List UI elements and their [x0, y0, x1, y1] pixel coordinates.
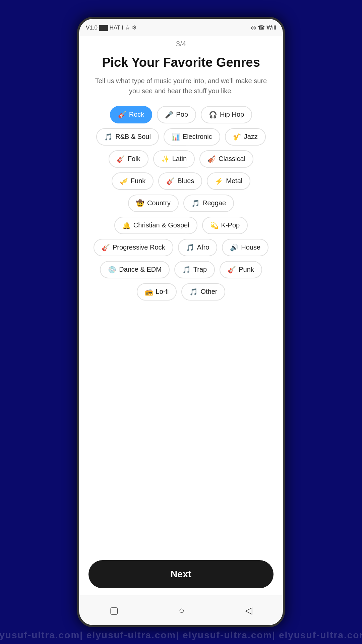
gospel-icon: 🔔 — [122, 221, 131, 229]
other-icon: 🎵 — [189, 288, 198, 296]
reggae-label: Reggae — [202, 199, 226, 207]
hiphop-icon: 🎧 — [209, 111, 217, 119]
metal-icon: ⚡ — [215, 177, 223, 185]
nav-square-icon[interactable]: ▢ — [110, 605, 118, 616]
genre-chip-pop[interactable]: 🎤Pop — [157, 106, 196, 123]
genre-chip-afro[interactable]: 🎵Afro — [178, 239, 218, 256]
gospel-label: Christian & Gospel — [133, 221, 189, 229]
page-subtitle: Tell us what type of music you're into, … — [88, 76, 274, 96]
metal-label: Metal — [226, 177, 242, 185]
genre-chip-reggae[interactable]: 🎵Reggae — [183, 195, 234, 212]
electronic-label: Electronic — [183, 133, 212, 141]
pop-label: Pop — [176, 111, 188, 118]
kpop-label: K-Pop — [221, 221, 240, 229]
genre-chip-trap[interactable]: 🎵Trap — [174, 261, 215, 278]
genre-chip-rock[interactable]: 🎸Rock — [110, 106, 153, 123]
genre-chip-classical[interactable]: 🎻Classical — [199, 150, 253, 168]
genre-chip-funk[interactable]: 🎺Funk — [112, 172, 154, 190]
house-icon: 🔊 — [230, 244, 238, 252]
genre-chip-latin[interactable]: ✨Latin — [153, 150, 195, 168]
afro-icon: 🎵 — [186, 244, 194, 252]
phone-screen: V1.0 ▇▇ HAT I ☆ ⚙ ◎ ☎ ₩ıll 3/4 Pick Your… — [79, 19, 283, 625]
funk-label: Funk — [131, 177, 145, 185]
funk-icon: 🎺 — [120, 177, 128, 185]
genre-chip-lofi[interactable]: 📻Lo-fi — [137, 283, 177, 301]
reggae-icon: 🎵 — [191, 199, 200, 207]
genre-chip-other[interactable]: 🎵Other — [181, 283, 225, 301]
progressive-icon: 🎸 — [102, 244, 110, 252]
lofi-label: Lo-fi — [156, 288, 169, 296]
dance-icon: 💿 — [108, 266, 116, 274]
progressive-label: Progressive Rock — [113, 244, 165, 251]
rnb-icon: 🎵 — [104, 133, 113, 141]
country-icon: 🤠 — [136, 199, 144, 207]
latin-icon: ✨ — [161, 155, 170, 163]
genre-chip-folk[interactable]: 🎸Folk — [109, 150, 148, 168]
afro-label: Afro — [197, 244, 209, 251]
blues-icon: 🎸 — [166, 177, 175, 185]
classical-icon: 🎻 — [207, 155, 216, 163]
rock-label: Rock — [129, 111, 144, 118]
lofi-icon: 📻 — [145, 288, 153, 296]
genres-grid: 🎸Rock🎤Pop🎧Hip Hop🎵R&B & Soul📊Electronic🎷… — [88, 106, 274, 304]
dance-label: Dance & EDM — [119, 266, 162, 273]
blues-label: Blues — [177, 177, 194, 185]
next-button[interactable]: Next — [88, 560, 274, 588]
genre-chip-progressive[interactable]: 🎸Progressive Rock — [94, 239, 173, 256]
watermark-bottom: elyusuf-ultra.com| elyusuf-ultra.com| el… — [0, 630, 362, 641]
genre-chip-house[interactable]: 🔊House — [222, 239, 268, 256]
genre-chip-jazz[interactable]: 🎷Jazz — [225, 128, 266, 146]
nav-back-icon[interactable]: ◁ — [245, 605, 252, 616]
genre-chip-electronic[interactable]: 📊Electronic — [164, 128, 220, 146]
page-title: Pick Your Favorite Genres — [88, 55, 274, 70]
other-label: Other — [200, 288, 217, 296]
next-button-container: Next — [79, 555, 283, 595]
rnb-label: R&B & Soul — [115, 133, 151, 141]
hiphop-label: Hip Hop — [220, 111, 244, 118]
punk-label: Punk — [239, 266, 254, 273]
genre-chip-hiphop[interactable]: 🎧Hip Hop — [201, 106, 252, 123]
genre-chip-country[interactable]: 🤠Country — [128, 195, 179, 212]
genre-chip-rnb[interactable]: 🎵R&B & Soul — [96, 128, 159, 146]
phone-frame: V1.0 ▇▇ HAT I ☆ ⚙ ◎ ☎ ₩ıll 3/4 Pick Your… — [77, 17, 285, 627]
punk-icon: 🎸 — [228, 266, 236, 274]
latin-label: Latin — [172, 155, 187, 163]
trap-icon: 🎵 — [182, 266, 191, 274]
classical-label: Classical — [219, 155, 245, 163]
status-right: ◎ ☎ ₩ıll — [251, 24, 276, 31]
genre-chip-punk[interactable]: 🎸Punk — [220, 261, 262, 278]
trap-label: Trap — [193, 266, 207, 273]
genre-chip-blues[interactable]: 🎸Blues — [158, 172, 202, 190]
status-bar: V1.0 ▇▇ HAT I ☆ ⚙ ◎ ☎ ₩ıll — [79, 19, 283, 36]
kpop-icon: 💫 — [210, 221, 219, 229]
genre-chip-gospel[interactable]: 🔔Christian & Gospel — [114, 217, 197, 234]
electronic-icon: 📊 — [172, 133, 180, 141]
status-left: V1.0 ▇▇ HAT I ☆ ⚙ — [86, 24, 137, 31]
genre-chip-dance[interactable]: 💿Dance & EDM — [100, 261, 170, 278]
folk-label: Folk — [128, 155, 140, 163]
nav-bar: ▢ ○ ◁ — [79, 595, 283, 625]
folk-icon: 🎸 — [117, 155, 125, 163]
pop-icon: 🎤 — [165, 111, 173, 119]
nav-home-icon[interactable]: ○ — [179, 605, 185, 616]
genre-chip-metal[interactable]: ⚡Metal — [207, 172, 250, 190]
jazz-icon: 🎷 — [233, 133, 241, 141]
rock-icon: 🎸 — [118, 111, 126, 119]
country-label: Country — [147, 199, 171, 207]
main-content: 3/4 Pick Your Favorite Genres Tell us wh… — [79, 36, 283, 555]
jazz-label: Jazz — [244, 133, 258, 141]
house-label: House — [241, 244, 260, 251]
genre-chip-kpop[interactable]: 💫K-Pop — [202, 217, 248, 234]
step-indicator: 3/4 — [88, 40, 274, 48]
